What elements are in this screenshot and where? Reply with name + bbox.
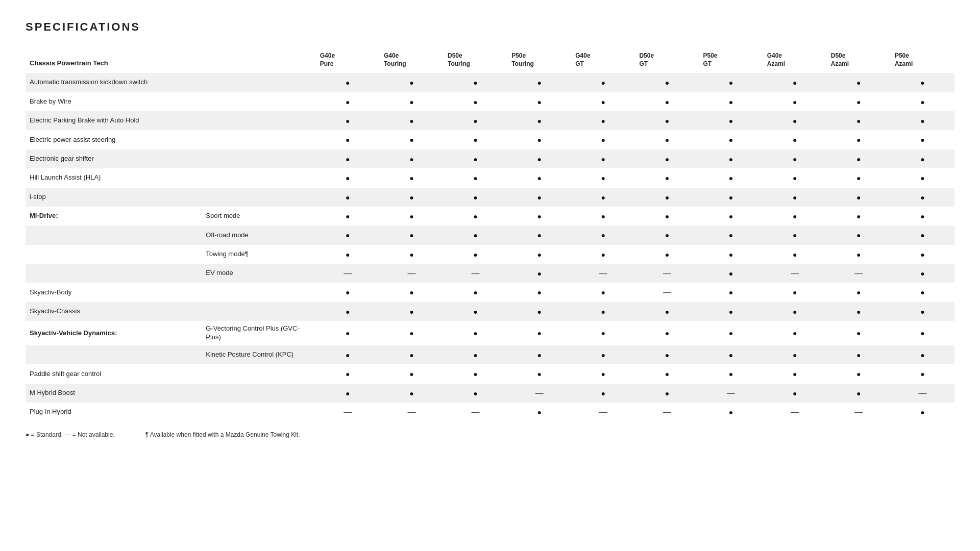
col-header-9: P50eAzami <box>891 49 954 73</box>
row-sublabel: Towing mode¶ <box>200 245 316 264</box>
cell-r14-c0 <box>316 345 380 364</box>
cell-r17-c1: — <box>380 403 444 421</box>
cell-r15-c9 <box>891 364 954 383</box>
row-sublabel <box>200 283 316 302</box>
row-label: Plug-in Hybrid <box>26 403 200 421</box>
cell-r14-c9 <box>891 345 954 364</box>
cell-r2-c5 <box>635 111 699 130</box>
cell-r4-c7 <box>763 149 827 168</box>
cell-r7-c0 <box>316 207 380 226</box>
cell-r3-c6 <box>699 130 763 149</box>
cell-r12-c1 <box>380 302 444 321</box>
row-sublabel <box>200 130 316 149</box>
cell-r11-c8 <box>827 283 891 302</box>
cell-r9-c4 <box>571 245 635 264</box>
cell-r11-c0 <box>316 283 380 302</box>
table-row: Off-road mode <box>26 226 954 244</box>
row-sublabel <box>200 302 316 321</box>
col-header-label: Chassis Powertrain Tech <box>26 49 200 73</box>
row-sublabel <box>200 149 316 168</box>
cell-r1-c3 <box>507 92 571 111</box>
cell-r7-c5 <box>635 207 699 226</box>
cell-r13-c6 <box>699 321 763 345</box>
cell-r0-c0 <box>316 73 380 92</box>
cell-r14-c7 <box>763 345 827 364</box>
table-row: Paddle shift gear control <box>26 364 954 383</box>
cell-r3-c8 <box>827 130 891 149</box>
cell-r2-c4 <box>571 111 635 130</box>
cell-r6-c1 <box>380 188 444 207</box>
cell-r1-c9 <box>891 92 954 111</box>
cell-r8-c6 <box>699 226 763 244</box>
cell-r8-c4 <box>571 226 635 244</box>
col-header-1: G40eTouring <box>380 49 444 73</box>
row-sublabel <box>200 168 316 187</box>
cell-r16-c1 <box>380 384 444 403</box>
col-header-3: P50eTouring <box>507 49 571 73</box>
cell-r12-c0 <box>316 302 380 321</box>
cell-r16-c2 <box>444 384 507 403</box>
row-sublabel <box>200 111 316 130</box>
row-sublabel: Off-road mode <box>200 226 316 244</box>
table-row: Electronic gear shifter <box>26 149 954 168</box>
cell-r12-c5 <box>635 302 699 321</box>
cell-r6-c9 <box>891 188 954 207</box>
cell-r8-c5 <box>635 226 699 244</box>
cell-r9-c0 <box>316 245 380 264</box>
cell-r12-c2 <box>444 302 507 321</box>
cell-r2-c1 <box>380 111 444 130</box>
table-row: Skyactiv-Chassis <box>26 302 954 321</box>
cell-r6-c6 <box>699 188 763 207</box>
cell-r15-c3 <box>507 364 571 383</box>
cell-r14-c1 <box>380 345 444 364</box>
col-header-5: D50eGT <box>635 49 699 73</box>
row-label: Automatic transmission kickdown switch <box>26 73 200 92</box>
row-label: Brake by Wire <box>26 92 200 111</box>
cell-r10-c6 <box>699 264 763 283</box>
cell-r12-c4 <box>571 302 635 321</box>
cell-r0-c6 <box>699 73 763 92</box>
cell-r10-c0: — <box>316 264 380 283</box>
table-row: Kinetic Posture Control (KPC) <box>26 345 954 364</box>
cell-r15-c1 <box>380 364 444 383</box>
cell-r6-c8 <box>827 188 891 207</box>
cell-r17-c3 <box>507 403 571 421</box>
row-label: Skyactiv-Vehicle Dynamics: <box>26 321 200 345</box>
cell-r5-c8 <box>827 168 891 187</box>
cell-r2-c9 <box>891 111 954 130</box>
cell-r5-c9 <box>891 168 954 187</box>
cell-r5-c1 <box>380 168 444 187</box>
table-row: Plug-in Hybrid——————— <box>26 403 954 421</box>
table-row: Electric Parking Brake with Auto Hold <box>26 111 954 130</box>
cell-r2-c8 <box>827 111 891 130</box>
row-label: Hill Launch Assist (HLA) <box>26 168 200 187</box>
cell-r9-c6 <box>699 245 763 264</box>
cell-r6-c0 <box>316 188 380 207</box>
cell-r15-c6 <box>699 364 763 383</box>
cell-r1-c1 <box>380 92 444 111</box>
cell-r6-c2 <box>444 188 507 207</box>
cell-r4-c8 <box>827 149 891 168</box>
col-header-sub <box>200 49 316 73</box>
cell-r4-c2 <box>444 149 507 168</box>
col-header-8: D50eAzami <box>827 49 891 73</box>
cell-r17-c6 <box>699 403 763 421</box>
cell-r8-c7 <box>763 226 827 244</box>
cell-r0-c2 <box>444 73 507 92</box>
cell-r9-c5 <box>635 245 699 264</box>
row-label <box>26 345 200 364</box>
col-header-6: P50eGT <box>699 49 763 73</box>
row-sublabel <box>200 188 316 207</box>
cell-r4-c1 <box>380 149 444 168</box>
cell-r0-c4 <box>571 73 635 92</box>
footnote-towing: ¶ Available when fitted with a Mazda Gen… <box>145 431 300 438</box>
cell-r5-c5 <box>635 168 699 187</box>
row-sublabel: G-Vectoring Control Plus (GVC-Plus) <box>200 321 316 345</box>
table-row: Automatic transmission kickdown switch <box>26 73 954 92</box>
row-sublabel <box>200 403 316 421</box>
cell-r11-c2 <box>444 283 507 302</box>
table-row: Mi-Drive:Sport mode <box>26 207 954 226</box>
cell-r9-c7 <box>763 245 827 264</box>
cell-r16-c8 <box>827 384 891 403</box>
cell-r7-c6 <box>699 207 763 226</box>
